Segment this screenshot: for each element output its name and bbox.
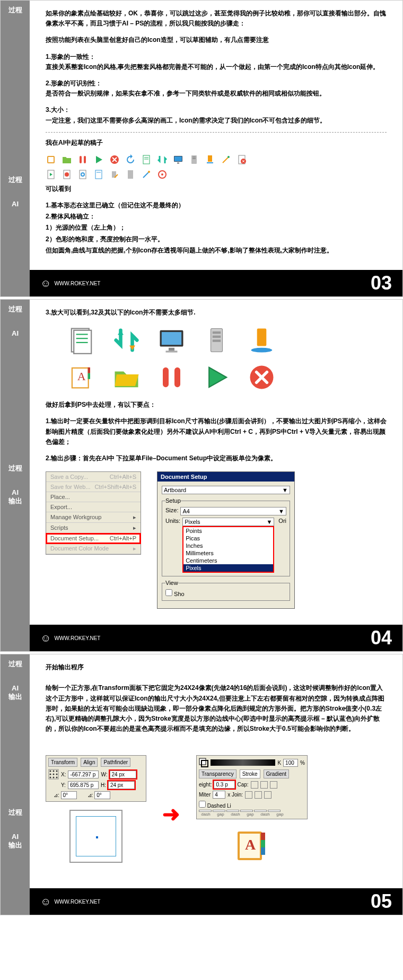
units-label: Units:	[165, 518, 180, 524]
artboard-dropdown[interactable]: Artboard▼	[162, 486, 290, 494]
color-ramp[interactable]	[211, 759, 275, 766]
cap-round-icon[interactable]	[260, 781, 268, 789]
svg-rect-25	[95, 170, 102, 179]
cap-square-icon[interactable]	[270, 781, 277, 789]
sidebar-label: 过程	[4, 660, 27, 668]
sidebar-label-2: 过程	[4, 464, 27, 472]
menu-item-workgroup[interactable]: Manage Workgroup▸	[46, 512, 141, 523]
unit-option[interactable]: Centimeters	[183, 557, 273, 564]
page-number: 04	[371, 627, 392, 649]
k-input[interactable]: 100	[283, 759, 298, 767]
svg-rect-2	[80, 156, 82, 163]
svg-text:A: A	[77, 370, 86, 383]
join-bevel-icon[interactable]	[264, 791, 271, 799]
svg-point-31	[148, 171, 150, 173]
tab-transparency[interactable]: Transparency	[199, 769, 236, 778]
cap-butt-icon[interactable]	[251, 781, 258, 789]
paragraph: 按照功能列表在头脑里创意好自己的Icon造型，可以草图辅助，有几点需要注意	[46, 35, 387, 45]
h-input[interactable]: 24 px	[108, 781, 135, 789]
unit-option[interactable]: Millimeters	[183, 549, 273, 557]
server-icon	[189, 154, 199, 165]
draft-caption: 我在AI中起草的稿子	[46, 138, 387, 148]
tab-transform[interactable]: Transform	[48, 758, 77, 767]
wand2-icon	[141, 169, 152, 180]
svg-rect-23	[80, 170, 86, 179]
reference-point-icon[interactable]	[48, 769, 59, 780]
tab-stroke[interactable]: Stroke	[240, 769, 260, 778]
join-round-icon[interactable]	[255, 791, 262, 799]
heading: 开始输出程序	[46, 662, 387, 672]
doc-play-icon	[46, 169, 56, 180]
content: 如果你的象素点绘基础较好，OK，恭喜你，可以跳过这步，甚至觉得我的例子比较幼稚，…	[30, 1, 402, 270]
sidebar: 过程	[1, 1, 30, 170]
arrow-icon: ➜	[162, 802, 180, 826]
menu-item-color-mode[interactable]: Document Color Mode▸	[46, 544, 141, 554]
y-input[interactable]: 695.875 p	[68, 781, 99, 789]
svg-point-57	[53, 771, 55, 772]
weight-label: eight:	[199, 782, 212, 788]
pause-icon	[77, 154, 88, 165]
transfer-icon	[112, 326, 141, 355]
join-miter-icon[interactable]	[245, 791, 252, 799]
tab-pathfinder[interactable]: Pathfinder	[101, 758, 130, 767]
cancel-doc-icon	[236, 154, 247, 165]
logo-icon: ☺	[40, 896, 51, 908]
unit-option[interactable]: Picas	[183, 535, 273, 542]
pause-icon	[157, 363, 186, 392]
x-input[interactable]: -667.297 p	[68, 771, 99, 778]
unit-option[interactable]: Inches	[183, 542, 273, 549]
ori-label: Ori	[278, 518, 286, 524]
svg-rect-72	[261, 847, 265, 855]
menu-item-save-web[interactable]: Save for Web...Ctrl+Shift+Alt+S	[46, 482, 141, 492]
wand-icon	[221, 154, 231, 165]
list-item: 2）色彩的饱和度，亮度控制在同一水平。	[46, 234, 387, 244]
doc-cancel-icon	[62, 169, 72, 180]
k-label: K	[277, 760, 281, 766]
svg-rect-71	[261, 840, 265, 847]
site-url: WWW.ROKEY.NET	[54, 635, 100, 641]
cap-label: Cap:	[237, 782, 248, 788]
svg-point-63	[53, 777, 55, 778]
menu-item-save-copy[interactable]: Save a Copy...Ctrl+Alt+S	[46, 472, 141, 482]
tab-align[interactable]: Align	[81, 758, 98, 767]
x-label: X:	[61, 772, 66, 777]
w-input[interactable]: 24 px	[110, 771, 136, 778]
list-item: 1）光源的位置（左上角）；	[46, 223, 387, 233]
paragraph: 是否符合一般识别规律，如果实在拿不准，参考一下同类软件或是权威软件的相同或相似功…	[46, 89, 387, 99]
unit-option[interactable]: Points	[183, 527, 273, 535]
svg-rect-35	[74, 330, 91, 354]
content: 3.放大可以看到,32及其以下的Icon并不需要太多细节. A 做好后拿到PS中…	[30, 300, 402, 625]
rotate-input[interactable]: 0°	[61, 791, 77, 799]
doc-refresh-icon	[77, 169, 88, 180]
page-number: 05	[371, 890, 392, 913]
stroke-panel: K 100 % Transparency Stroke Gradient eig…	[196, 755, 308, 819]
menu-item-scripts[interactable]: Scripts▸	[46, 523, 141, 533]
unit-option-selected[interactable]: Pixels	[183, 564, 273, 572]
menu-item-place[interactable]: Place...	[46, 492, 141, 502]
sidebar: 过程 AI 输出	[1, 654, 30, 803]
shear-input[interactable]: 0°	[94, 791, 110, 799]
svg-point-48	[251, 348, 273, 353]
icon-grid-2	[46, 169, 387, 180]
weight-input[interactable]: 0.3 p	[214, 781, 235, 789]
sidebar-sublabel-2: AI 输出	[4, 488, 27, 506]
server-icon	[202, 326, 231, 355]
menu-item-document-setup[interactable]: Document Setup...Ctrl+Alt+P	[46, 533, 141, 544]
show-checkbox[interactable]: Sho	[165, 591, 185, 597]
svg-rect-3	[84, 156, 86, 163]
miter-input[interactable]: 4	[213, 791, 225, 799]
icon-grid	[46, 154, 387, 165]
dashed-checkbox[interactable]: Dashed Li	[199, 803, 231, 809]
page-number: 03	[371, 272, 392, 294]
menu-item-export[interactable]: Export...	[46, 502, 141, 512]
svg-point-61	[56, 774, 58, 775]
tab-gradient[interactable]: Gradient	[264, 769, 289, 778]
transform-panel: Transform Align Pathfinder X:-667.297 p …	[46, 755, 146, 802]
units-options: Points Picas Inches Millimeters Centimet…	[182, 526, 274, 573]
footer: ☺ WWW.ROKEY.NET 05	[30, 888, 402, 915]
svg-rect-52	[163, 368, 169, 387]
units-dropdown[interactable]: Pixels▼	[182, 518, 274, 526]
fill-stroke-icon[interactable]	[199, 758, 208, 767]
size-dropdown[interactable]: A4▼	[180, 507, 286, 515]
sidebar-2: 过程 AI	[1, 170, 30, 296]
